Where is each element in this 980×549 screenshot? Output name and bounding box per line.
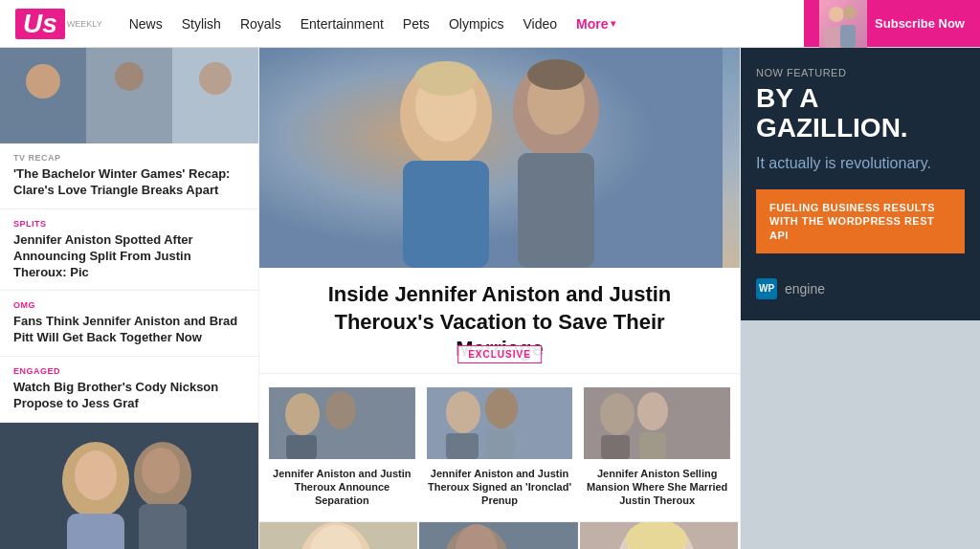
sidebar-feature-article[interactable]: SPLITS Look Back at Jennifer Aniston and…	[0, 423, 258, 549]
svg-point-33	[446, 391, 480, 433]
sidebar-article-tv[interactable]: TV RECAP 'The Bachelor Winter Games' Rec…	[0, 143, 258, 209]
bottom-photo-1	[259, 522, 417, 549]
sidebar-article-omg[interactable]: OMG Fans Think Jennifer Aniston and Brad…	[0, 291, 258, 357]
svg-point-0	[829, 7, 844, 22]
related-title-1: Jennifer Aniston and Justin Theroux Anno…	[269, 467, 415, 508]
hero-section[interactable]: EXCLUSIVE Inside Jennifer Aniston and Ju…	[259, 48, 740, 373]
content-wrapper: TV RECAP 'The Bachelor Winter Games' Rec…	[0, 48, 980, 549]
wp-engine-logo: WP engine	[756, 278, 825, 299]
nav-stylish[interactable]: Stylish	[174, 12, 229, 35]
hero-image-inner	[259, 48, 740, 268]
ad-top-text: NOW FEATURED	[756, 67, 965, 78]
svg-point-26	[527, 59, 585, 90]
nav-news[interactable]: News	[122, 12, 170, 35]
svg-rect-30	[286, 435, 317, 459]
svg-point-38	[600, 393, 635, 435]
nav-entertainment[interactable]: Entertainment	[293, 12, 391, 35]
sidebar-top-illustration	[0, 48, 258, 143]
logo-text: Us	[15, 9, 65, 39]
svg-point-8	[115, 62, 144, 91]
svg-rect-18	[259, 48, 723, 268]
article-title-engaged: Watch Big Brother's Cody Nickson Propose…	[13, 380, 245, 412]
subscribe-people-icon	[819, 0, 867, 48]
bottom-article-2[interactable]	[419, 522, 579, 549]
article-tag-tv: TV RECAP	[13, 153, 245, 163]
article-tag-omg: OMG	[13, 300, 245, 310]
sidebar-feature-image	[0, 423, 258, 549]
related-title-2: Jennifer Aniston and Justin Theroux Sign…	[427, 467, 573, 508]
related-photo-2	[427, 387, 573, 459]
svg-rect-31	[326, 431, 353, 459]
article-title-tv: 'The Bachelor Winter Games' Recap: Clare…	[13, 166, 245, 199]
svg-rect-3	[840, 25, 856, 48]
related-image-1	[269, 387, 415, 459]
bottom-photo-3	[580, 522, 738, 549]
bottom-article-3[interactable]	[580, 522, 740, 549]
related-photo-1	[269, 387, 415, 459]
svg-point-29	[325, 391, 356, 429]
svg-point-15	[75, 450, 117, 500]
sidebar-right: NOW FEATURED BY A GAZILLION. It actually…	[741, 48, 980, 549]
hero-image: EXCLUSIVE	[259, 48, 740, 268]
svg-rect-41	[639, 432, 666, 459]
ad-headline: BY A GAZILLION.	[756, 84, 965, 143]
ad-block-secondary	[741, 320, 980, 549]
svg-rect-20	[403, 161, 489, 268]
sidebar-article-list: TV RECAP 'The Bachelor Winter Games' Rec…	[0, 143, 258, 423]
nav-royals[interactable]: Royals	[233, 12, 289, 35]
article-tag-engaged: ENGAGED	[13, 366, 245, 376]
svg-rect-23	[518, 153, 594, 268]
svg-point-16	[142, 448, 180, 494]
bottom-photo-2	[419, 522, 577, 549]
site-logo[interactable]: Us Weekly	[15, 9, 102, 39]
svg-point-34	[485, 388, 518, 428]
ad-block-wp: NOW FEATURED BY A GAZILLION. It actually…	[741, 48, 980, 318]
nav-more[interactable]: More ▾	[568, 12, 623, 35]
related-article-2[interactable]: Jennifer Aniston and Justin Theroux Sign…	[427, 387, 573, 508]
wp-engine-label: engine	[785, 281, 825, 296]
svg-rect-12	[67, 514, 124, 549]
feature-couple-image	[0, 423, 258, 549]
subscribe-button[interactable]: Subscribe Now	[804, 0, 980, 47]
related-title-3: Jennifer Aniston Selling Mansion Where S…	[584, 467, 730, 508]
related-articles-section: Jennifer Aniston and Justin Theroux Anno…	[259, 373, 740, 521]
sidebar-left: TV RECAP 'The Bachelor Winter Games' Rec…	[0, 48, 258, 549]
nav-pets[interactable]: Pets	[395, 12, 437, 35]
svg-rect-14	[139, 504, 187, 549]
nav-video[interactable]: Video	[515, 12, 565, 35]
sidebar-article-engaged[interactable]: ENGAGED Watch Big Brother's Cody Nickson…	[0, 357, 258, 423]
nav-olympics[interactable]: Olympics	[441, 12, 512, 35]
svg-rect-52	[741, 320, 980, 549]
svg-point-7	[26, 64, 60, 99]
svg-rect-2	[824, 27, 841, 48]
ad-subtext: It actually is revolutionary.	[756, 153, 965, 174]
sidebar-article-splits1[interactable]: SPLITS Jennifer Aniston Spotted After An…	[0, 209, 258, 292]
svg-point-28	[285, 393, 320, 435]
svg-point-39	[637, 392, 668, 430]
related-article-3[interactable]: Jennifer Aniston Selling Mansion Where S…	[584, 387, 730, 508]
site-header: Us Weekly News Stylish Royals Entertainm…	[0, 0, 980, 48]
svg-rect-10	[0, 423, 258, 549]
article-title-splits1: Jennifer Aniston Spotted After Announcin…	[13, 232, 245, 281]
main-content: EXCLUSIVE Inside Jennifer Aniston and Ju…	[258, 48, 741, 549]
sidebar-top-image	[0, 48, 258, 143]
chevron-down-icon: ▾	[611, 18, 615, 29]
related-article-1[interactable]: Jennifer Aniston and Justin Theroux Anno…	[269, 387, 415, 508]
svg-point-1	[843, 6, 857, 19]
svg-point-9	[199, 62, 232, 95]
article-title-omg: Fans Think Jennifer Aniston and Brad Pit…	[13, 314, 245, 346]
svg-rect-36	[486, 429, 515, 459]
related-image-3	[584, 387, 730, 459]
related-photo-3	[584, 387, 730, 459]
ad-cta-button[interactable]: FUELING BUSINESS RESULTS WITH THE WORDPR…	[756, 189, 965, 253]
svg-rect-35	[446, 433, 479, 459]
subscribe-image	[819, 0, 867, 48]
ad-footer: WP engine	[756, 269, 965, 299]
bottom-articles-row	[259, 521, 740, 549]
bottom-article-1[interactable]	[259, 522, 419, 549]
svg-point-51	[626, 522, 687, 549]
svg-point-25	[414, 61, 478, 96]
ad-secondary-image	[741, 320, 980, 549]
svg-rect-40	[601, 435, 630, 459]
logo-subtext: Weekly	[67, 19, 102, 29]
